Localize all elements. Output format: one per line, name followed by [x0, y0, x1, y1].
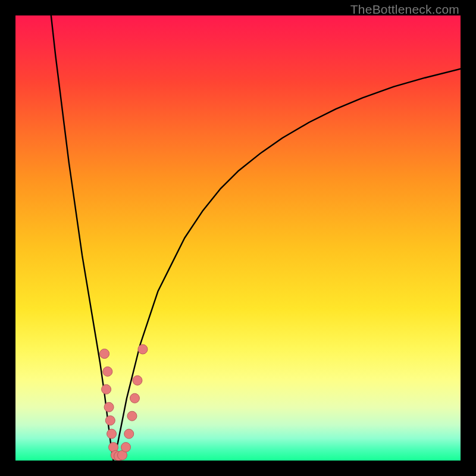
data-point	[102, 384, 111, 394]
data-point	[107, 429, 117, 439]
data-point	[127, 411, 137, 421]
curve-right-branch	[114, 69, 461, 461]
watermark-text: TheBottleneck.com	[350, 2, 459, 17]
data-point	[121, 443, 131, 452]
chart-svg	[15, 15, 461, 461]
data-point	[103, 367, 112, 376]
plot-area	[15, 15, 461, 461]
data-point	[138, 345, 148, 354]
data-point	[130, 393, 139, 403]
data-point	[104, 402, 114, 412]
data-point	[124, 429, 134, 439]
data-point	[105, 416, 115, 425]
data-point	[133, 375, 142, 385]
chart-frame: TheBottleneck.com	[0, 0, 476, 476]
data-point	[100, 349, 109, 358]
